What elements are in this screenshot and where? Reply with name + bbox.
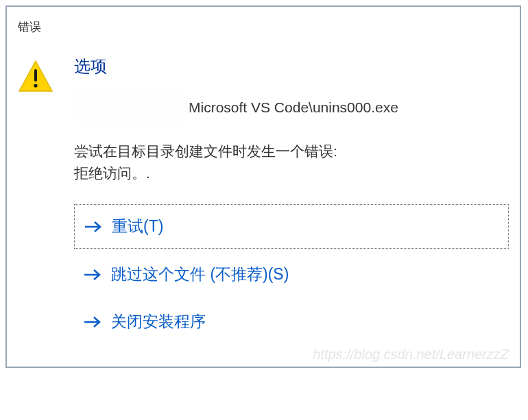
error-line-2: 拒绝访问。.: [74, 162, 509, 184]
skip-label: 跳过这个文件 (不推荐)(S): [111, 264, 289, 285]
warning-icon: [18, 60, 53, 95]
file-path-text: Microsoft VS Code\unins000.exe: [189, 99, 398, 116]
dialog-content: 选项 Microsoft VS Code\unins000.exe 尝试在目标目…: [18, 55, 509, 347]
error-line-1: 尝试在目标目录创建文件时发生一个错误:: [74, 140, 509, 162]
svg-rect-1: [34, 69, 37, 82]
arrow-right-icon: [84, 220, 102, 234]
watermark-text: https://blog.csdn.net/LearnerzzZ: [313, 347, 509, 362]
retry-label: 重试(T): [112, 216, 163, 237]
section-header: 选项: [74, 55, 509, 77]
redacted-path-prefix: [74, 94, 187, 121]
close-installer-button[interactable]: 关闭安装程序: [74, 300, 509, 343]
svg-point-2: [34, 84, 37, 87]
file-path-row: Microsoft VS Code\unins000.exe: [74, 94, 509, 121]
dialog-body: 选项 Microsoft VS Code\unins000.exe 尝试在目标目…: [74, 55, 509, 347]
error-message: 尝试在目标目录创建文件时发生一个错误: 拒绝访问。.: [74, 140, 509, 184]
close-label: 关闭安装程序: [111, 311, 206, 332]
arrow-right-icon: [84, 268, 101, 282]
arrow-right-icon: [84, 315, 101, 329]
skip-button[interactable]: 跳过这个文件 (不推荐)(S): [74, 253, 509, 296]
retry-button[interactable]: 重试(T): [74, 204, 509, 249]
error-dialog: 错误 选项 Microsoft VS Code\unins000.exe 尝试在…: [5, 5, 521, 368]
dialog-title: 错误: [18, 19, 509, 35]
